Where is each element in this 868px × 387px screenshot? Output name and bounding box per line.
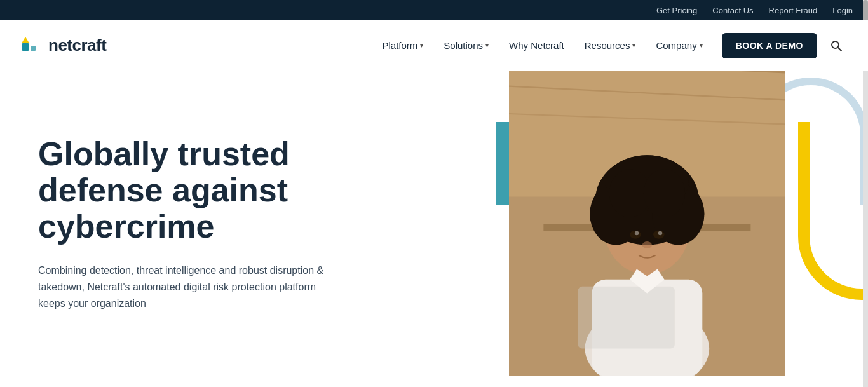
- logo[interactable]: netcraft: [20, 34, 106, 57]
- logo-icon: [20, 34, 43, 57]
- chevron-down-icon: ▾: [700, 42, 703, 49]
- svg-rect-2: [31, 46, 36, 51]
- chevron-down-icon: ▾: [485, 42, 489, 49]
- contact-us-link[interactable]: Contact Us: [712, 6, 753, 15]
- top-bar: Get Pricing Contact Us Report Fraud Logi…: [0, 0, 868, 20]
- svg-point-20: [644, 169, 685, 217]
- hero-subtitle: Combining detection, threat intelligence…: [38, 262, 343, 311]
- chevron-down-icon: ▾: [420, 42, 423, 49]
- nav-links: Platform ▾ Solutions ▾ Why Netcraft Reso…: [373, 35, 711, 56]
- book-demo-button[interactable]: BOOK A DEMO: [722, 33, 817, 58]
- report-fraud-link[interactable]: Report Fraud: [769, 6, 818, 15]
- hero-title: Globally trusted defense against cybercr…: [38, 136, 369, 245]
- hero-content: Globally trusted defense against cybercr…: [0, 71, 477, 376]
- yellow-arc-shape: [798, 122, 868, 300]
- search-icon: [830, 39, 843, 52]
- chevron-down-icon: ▾: [632, 42, 635, 49]
- svg-rect-26: [578, 287, 675, 349]
- svg-point-25: [642, 241, 652, 248]
- nav-item-company[interactable]: Company ▾: [647, 35, 711, 56]
- svg-line-4: [838, 47, 842, 51]
- svg-point-24: [658, 231, 663, 236]
- nav-item-solutions[interactable]: Solutions ▾: [435, 35, 498, 56]
- hero-person-photo: [509, 71, 785, 376]
- nav-item-why-netcraft[interactable]: Why Netcraft: [500, 35, 573, 56]
- nav-item-resources[interactable]: Resources ▾: [576, 35, 645, 56]
- nav-actions: BOOK A DEMO: [722, 33, 848, 58]
- login-link[interactable]: Login: [832, 6, 853, 15]
- svg-rect-0: [22, 43, 29, 51]
- search-button[interactable]: [825, 34, 848, 57]
- logo-text: netcraft: [48, 36, 106, 55]
- get-pricing-link[interactable]: Get Pricing: [656, 6, 697, 15]
- svg-point-23: [635, 231, 639, 236]
- navbar: netcraft Platform ▾ Solutions ▾ Why Netc…: [0, 20, 868, 71]
- nav-item-platform[interactable]: Platform ▾: [373, 35, 432, 56]
- person-illustration: [509, 71, 785, 376]
- hero-image-area: [477, 71, 868, 376]
- svg-marker-1: [22, 37, 29, 43]
- hero-section: Globally trusted defense against cybercr…: [0, 71, 868, 376]
